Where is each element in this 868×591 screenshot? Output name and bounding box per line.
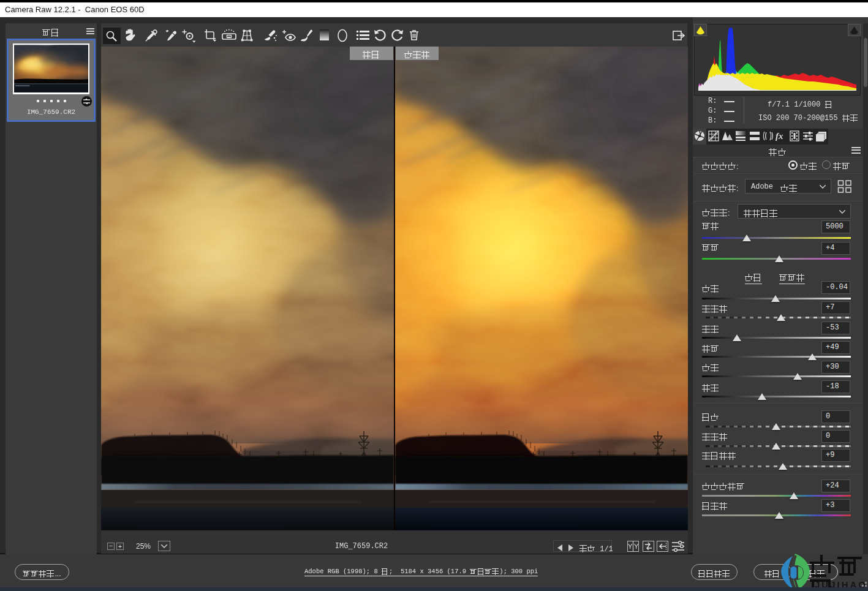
svg-text:Y: Y [634,543,638,550]
svg-text:Y: Y [628,543,633,550]
svg-text:fx: fx [776,131,783,141]
